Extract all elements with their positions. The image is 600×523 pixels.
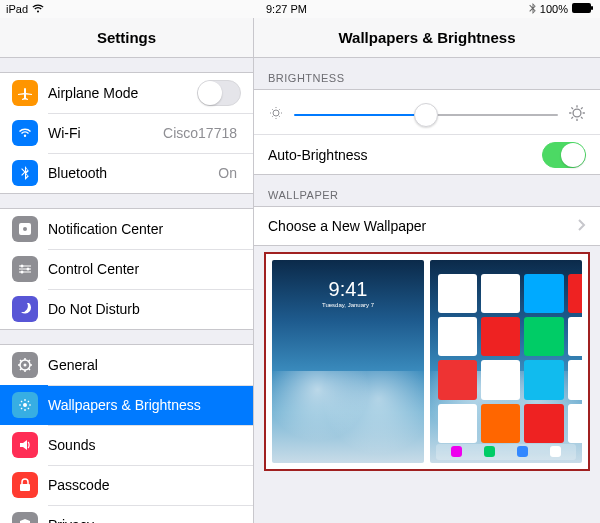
wifi-label: Wi-Fi bbox=[48, 125, 163, 141]
battery-icon bbox=[572, 3, 594, 15]
sidebar-item-sounds[interactable]: Sounds bbox=[0, 425, 253, 465]
wallpaper-previews: 9:41 Tuesday, January 7 bbox=[264, 252, 590, 471]
svg-point-14 bbox=[273, 110, 279, 116]
detail-title: Wallpapers & Brightness bbox=[254, 18, 600, 58]
general-icon bbox=[12, 352, 38, 378]
dock-app-icon bbox=[550, 446, 561, 457]
svg-point-11 bbox=[24, 364, 27, 367]
dock-app-icon bbox=[451, 446, 462, 457]
general-label: General bbox=[48, 357, 241, 373]
sidebar-item-general[interactable]: General bbox=[0, 345, 253, 385]
sounds-icon bbox=[12, 432, 38, 458]
detail-pane: Wallpapers & Brightness BRIGHTNESS Auto-… bbox=[254, 18, 600, 523]
notification-center-icon bbox=[12, 216, 38, 242]
brightness-slider-thumb[interactable] bbox=[414, 103, 438, 127]
sidebar-item-control-center[interactable]: Control Center bbox=[0, 249, 253, 289]
app-icon bbox=[438, 274, 477, 313]
sidebar-title: Settings bbox=[0, 18, 253, 58]
airplane-switch[interactable] bbox=[197, 80, 241, 106]
brightness-high-icon bbox=[568, 104, 586, 126]
status-battery-pct: 100% bbox=[540, 3, 568, 15]
wallpapers-brightness-label: Wallpapers & Brightness bbox=[48, 397, 241, 413]
bluetooth-icon bbox=[529, 3, 536, 16]
choose-wallpaper-label: Choose a New Wallpaper bbox=[268, 218, 578, 234]
auto-brightness-label: Auto-Brightness bbox=[268, 147, 542, 163]
app-icon bbox=[481, 317, 520, 356]
passcode-label: Passcode bbox=[48, 477, 241, 493]
privacy-icon bbox=[12, 512, 38, 523]
privacy-label: Privacy bbox=[48, 517, 241, 523]
brightness-slider[interactable] bbox=[294, 114, 558, 116]
wallpaper-preview-home[interactable] bbox=[430, 260, 582, 463]
settings-sidebar: Settings Airplane Mode Wi-Fi Cisco17718 … bbox=[0, 18, 254, 523]
sidebar-item-privacy[interactable]: Privacy bbox=[0, 505, 253, 523]
bluetooth-icon bbox=[12, 160, 38, 186]
app-icon bbox=[568, 317, 582, 356]
app-icon bbox=[524, 404, 563, 443]
svg-point-12 bbox=[23, 403, 27, 407]
app-icon bbox=[438, 317, 477, 356]
airplane-icon bbox=[12, 80, 38, 106]
app-icon bbox=[481, 360, 520, 399]
app-icon bbox=[524, 317, 563, 356]
svg-rect-9 bbox=[19, 272, 31, 273]
control-center-label: Control Center bbox=[48, 261, 241, 277]
app-icon bbox=[438, 360, 477, 399]
sidebar-item-wallpapers-brightness[interactable]: Wallpapers & Brightness bbox=[0, 385, 253, 425]
app-icon bbox=[481, 404, 520, 443]
bluetooth-label: Bluetooth bbox=[48, 165, 218, 181]
wallpapers-brightness-icon bbox=[12, 392, 38, 418]
control-center-icon bbox=[12, 256, 38, 282]
notification-center-label: Notification Center bbox=[48, 221, 241, 237]
app-icon bbox=[568, 404, 582, 443]
lock-preview-time: 9:41 bbox=[272, 278, 424, 301]
svg-rect-8 bbox=[19, 269, 31, 270]
status-bar: iPad 9:27 PM 100% bbox=[0, 0, 600, 18]
sidebar-item-airplane[interactable]: Airplane Mode bbox=[0, 73, 253, 113]
app-icon bbox=[568, 274, 582, 313]
brightness-heading: BRIGHTNESS bbox=[254, 58, 600, 89]
wifi-icon bbox=[12, 120, 38, 146]
chevron-right-icon bbox=[578, 217, 586, 235]
app-icon bbox=[568, 360, 582, 399]
status-device: iPad bbox=[6, 3, 28, 15]
app-icon bbox=[524, 274, 563, 313]
app-icon bbox=[481, 274, 520, 313]
wallpaper-preview-lock[interactable]: 9:41 Tuesday, January 7 bbox=[272, 260, 424, 463]
sidebar-item-wifi[interactable]: Wi-Fi Cisco17718 bbox=[0, 113, 253, 153]
brightness-low-icon bbox=[268, 105, 284, 125]
passcode-icon bbox=[12, 472, 38, 498]
airplane-label: Airplane Mode bbox=[48, 85, 197, 101]
svg-rect-13 bbox=[20, 484, 30, 491]
svg-point-3 bbox=[23, 227, 27, 231]
do-not-disturb-icon bbox=[12, 296, 38, 322]
sidebar-item-bluetooth[interactable]: Bluetooth On bbox=[0, 153, 253, 193]
choose-wallpaper-row[interactable]: Choose a New Wallpaper bbox=[254, 206, 600, 246]
sounds-label: Sounds bbox=[48, 437, 241, 453]
status-time: 9:27 PM bbox=[266, 3, 307, 15]
sidebar-item-notification-center[interactable]: Notification Center bbox=[0, 209, 253, 249]
svg-rect-0 bbox=[572, 3, 591, 13]
dock-app-icon bbox=[484, 446, 495, 457]
sidebar-item-do-not-disturb[interactable]: Do Not Disturb bbox=[0, 289, 253, 329]
wifi-detail: Cisco17718 bbox=[163, 125, 237, 141]
svg-rect-1 bbox=[591, 6, 593, 10]
wifi-icon bbox=[32, 3, 44, 15]
app-icon bbox=[524, 360, 563, 399]
lock-preview-date: Tuesday, January 7 bbox=[272, 302, 424, 308]
app-icon bbox=[438, 404, 477, 443]
svg-point-15 bbox=[573, 109, 581, 117]
svg-rect-7 bbox=[19, 266, 31, 267]
sidebar-item-passcode[interactable]: Passcode bbox=[0, 465, 253, 505]
do-not-disturb-label: Do Not Disturb bbox=[48, 301, 241, 317]
wallpaper-heading: WALLPAPER bbox=[254, 175, 600, 206]
dock-app-icon bbox=[517, 446, 528, 457]
auto-brightness-switch[interactable] bbox=[542, 142, 586, 168]
bluetooth-detail: On bbox=[218, 165, 237, 181]
